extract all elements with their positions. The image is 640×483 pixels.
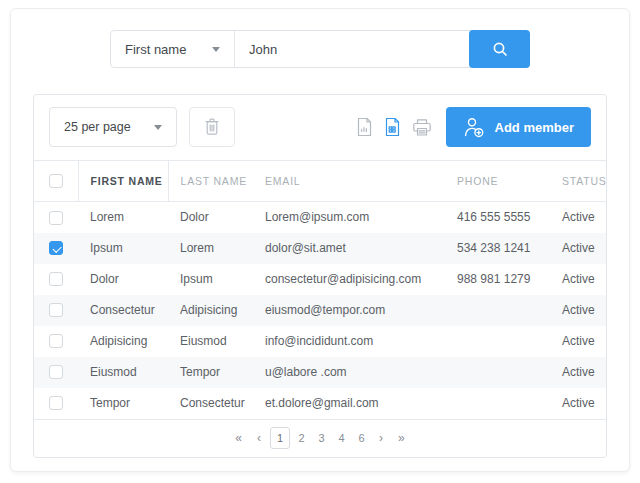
chevron-down-icon xyxy=(212,47,220,52)
search-button[interactable] xyxy=(469,30,530,68)
cell-first-name: Tempor xyxy=(78,388,168,419)
cell-status: Active xyxy=(550,202,606,233)
row-checkbox-cell xyxy=(34,326,78,357)
table-toolbar: 25 per page xyxy=(34,95,606,160)
page-list: 12346 xyxy=(270,427,370,449)
export-chart-button[interactable] xyxy=(356,117,373,137)
page-button[interactable]: 2 xyxy=(293,428,310,448)
table-row: ConsecteturAdipisicingeiusmod@tempor.com… xyxy=(34,295,606,326)
cell-first-name: Ipsum xyxy=(78,233,168,264)
cell-status: Active xyxy=(550,295,606,326)
cell-email: info@incididunt.com xyxy=(253,326,445,357)
column-header-phone[interactable]: PHONE xyxy=(445,161,550,202)
first-page-button[interactable]: « xyxy=(229,428,248,448)
add-member-icon xyxy=(463,117,485,138)
cell-status: Active xyxy=(550,233,606,264)
row-checkbox-cell xyxy=(34,202,78,233)
cell-phone xyxy=(445,295,550,326)
row-checkbox[interactable] xyxy=(49,303,63,317)
cell-first-name: Adipisicing xyxy=(78,326,168,357)
cell-first-name: Dolor xyxy=(78,264,168,295)
column-header-first-name[interactable]: FIRST NAME xyxy=(78,161,168,202)
cell-last-name: Adipisicing xyxy=(168,295,253,326)
cell-phone xyxy=(445,388,550,419)
cell-first-name: Consectetur xyxy=(78,295,168,326)
select-all-checkbox[interactable] xyxy=(49,174,63,188)
row-checkbox-cell xyxy=(34,295,78,326)
table-row: LoremDolorLorem@ipsum.com416 555 5555Act… xyxy=(34,202,606,233)
cell-phone: 534 238 1241 xyxy=(445,233,550,264)
cell-email: u@labore .com xyxy=(253,357,445,388)
cell-email: consectetur@adipisicing.com xyxy=(253,264,445,295)
export-grid-document-icon xyxy=(384,117,401,137)
row-checkbox-cell xyxy=(34,388,78,419)
chevron-down-icon xyxy=(154,125,162,130)
search-field-selector[interactable]: First name xyxy=(111,31,235,67)
page-button-current[interactable]: 1 xyxy=(270,427,290,449)
cell-phone: 988 981 1279 xyxy=(445,264,550,295)
cell-status: Active xyxy=(550,326,606,357)
table-body: LoremDolorLorem@ipsum.com416 555 5555Act… xyxy=(34,202,606,419)
table-row: AdipisicingEiusmodinfo@incididunt.comAct… xyxy=(34,326,606,357)
table-row: TemporConsecteturet.dolore@gmail.comActi… xyxy=(34,388,606,419)
row-checkbox-cell xyxy=(34,357,78,388)
cell-first-name: Eiusmod xyxy=(78,357,168,388)
export-grid-button[interactable] xyxy=(384,117,401,137)
cell-phone: 416 555 5555 xyxy=(445,202,550,233)
cell-status: Active xyxy=(550,357,606,388)
header-checkbox-cell xyxy=(34,161,78,202)
search-input[interactable] xyxy=(235,31,469,67)
search-bar: First name xyxy=(110,30,530,68)
content-card: First name 25 per page xyxy=(10,8,630,472)
page-button[interactable]: 4 xyxy=(333,428,350,448)
print-button[interactable] xyxy=(412,118,432,137)
page-button[interactable]: 6 xyxy=(353,428,370,448)
row-checkbox[interactable] xyxy=(49,272,63,286)
row-checkbox-cell xyxy=(34,233,78,264)
per-page-selector[interactable]: 25 per page xyxy=(49,107,177,147)
cell-first-name: Lorem xyxy=(78,202,168,233)
last-page-button[interactable]: » xyxy=(392,428,411,448)
per-page-value: 25 per page xyxy=(64,120,131,134)
cell-phone xyxy=(445,357,550,388)
search-field-selector-value: First name xyxy=(125,42,186,57)
search-icon xyxy=(491,40,509,58)
cell-phone xyxy=(445,326,550,357)
table-row: IpsumLoremdolor@sit.amet534 238 1241Acti… xyxy=(34,233,606,264)
row-checkbox[interactable] xyxy=(49,334,63,348)
members-table-card: 25 per page xyxy=(33,94,607,458)
next-page-button[interactable]: › xyxy=(373,428,389,448)
cell-status: Active xyxy=(550,388,606,419)
previous-page-button[interactable]: ‹ xyxy=(251,428,267,448)
table-row: DolorIpsumconsectetur@adipisicing.com988… xyxy=(34,264,606,295)
row-checkbox[interactable] xyxy=(49,365,63,379)
table-header-row: FIRST NAME LAST NAME EMAIL PHONE STATUS xyxy=(34,161,606,202)
cell-last-name: Lorem xyxy=(168,233,253,264)
cell-status: Active xyxy=(550,264,606,295)
delete-selected-button[interactable] xyxy=(189,107,235,147)
row-checkbox[interactable] xyxy=(49,396,63,410)
cell-email: et.dolore@gmail.com xyxy=(253,388,445,419)
cell-last-name: Consectetur xyxy=(168,388,253,419)
add-member-button[interactable]: Add member xyxy=(446,107,591,147)
row-checkbox-cell xyxy=(34,264,78,295)
table-row: EiusmodTemporu@labore .comActive xyxy=(34,357,606,388)
add-member-label: Add member xyxy=(495,120,574,135)
cell-last-name: Ipsum xyxy=(168,264,253,295)
row-checkbox[interactable] xyxy=(49,211,63,225)
trash-icon xyxy=(204,118,220,136)
page-button[interactable]: 3 xyxy=(313,428,330,448)
pagination: « ‹ 12346 › » xyxy=(34,419,606,457)
members-table: FIRST NAME LAST NAME EMAIL PHONE STATUS … xyxy=(34,160,606,419)
cell-email: dolor@sit.amet xyxy=(253,233,445,264)
cell-email: eiusmod@tempor.com xyxy=(253,295,445,326)
export-chart-document-icon xyxy=(356,117,373,137)
cell-email: Lorem@ipsum.com xyxy=(253,202,445,233)
cell-last-name: Dolor xyxy=(168,202,253,233)
column-header-status[interactable]: STATUS xyxy=(550,161,606,202)
row-checkbox[interactable] xyxy=(49,241,63,255)
print-icon xyxy=(412,118,432,137)
column-header-email[interactable]: EMAIL xyxy=(253,161,445,202)
cell-last-name: Eiusmod xyxy=(168,326,253,357)
column-header-last-name[interactable]: LAST NAME xyxy=(168,161,253,202)
